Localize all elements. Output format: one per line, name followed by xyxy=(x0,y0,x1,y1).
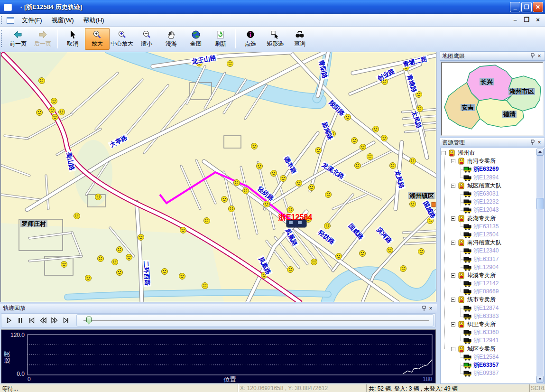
menu-item-2[interactable]: 帮助(H) xyxy=(79,15,109,26)
vehicle-marker[interactable] xyxy=(243,188,249,194)
pin-icon[interactable] xyxy=(421,305,427,312)
tree-vehicle[interactable]: 浙E09387 xyxy=(442,369,536,377)
toolbar-button-refresh[interactable]: 刷新 xyxy=(208,28,233,50)
step-start-button[interactable] xyxy=(26,315,37,326)
tree-group[interactable]: 城区专卖所 xyxy=(442,345,536,353)
vehicle-marker[interactable] xyxy=(367,154,373,160)
map-area[interactable]: 龙王山路青塘二路创业路青塘路青阳路陵阳路大亭路新湖路德丰路龙溪北路太凤路蜀山路轻… xyxy=(0,52,436,302)
vehicle-marker[interactable] xyxy=(179,273,185,280)
toolbar-button-globe[interactable]: 全图 xyxy=(184,28,208,50)
toolbar-button-point-select[interactable]: 点选 xyxy=(238,28,263,50)
vehicle-marker[interactable] xyxy=(222,196,228,203)
tree-group[interactable]: 织里专卖所 xyxy=(442,320,536,328)
vehicle-marker[interactable] xyxy=(204,218,210,224)
close-icon[interactable]: × xyxy=(536,53,543,59)
vehicle-marker[interactable] xyxy=(410,201,416,207)
slider-thumb[interactable] xyxy=(86,317,92,325)
vehicle-marker[interactable] xyxy=(287,207,294,213)
tree-scrollbar[interactable] xyxy=(536,149,544,383)
toolbar-button-zoom-center[interactable]: 中心放大 xyxy=(110,28,134,50)
scroll-up-button[interactable] xyxy=(536,149,544,156)
toolbar-button-next-page[interactable]: 后一页 xyxy=(30,28,55,50)
tree-vehicle[interactable]: 浙E12904 xyxy=(442,263,536,271)
toolbar-button-pan-hand[interactable]: 漫游 xyxy=(159,28,184,50)
tree-vehicle[interactable]: 浙E63383 xyxy=(442,312,536,320)
vehicle-marker[interactable] xyxy=(315,148,322,154)
vehicle-marker[interactable] xyxy=(400,266,406,272)
vehicle-marker[interactable] xyxy=(95,194,102,200)
vehicle-marker[interactable] xyxy=(85,275,92,281)
tree-group[interactable]: 南浔专卖所 xyxy=(442,157,536,165)
play-button[interactable] xyxy=(3,315,15,326)
tree-vehicle[interactable]: 浙E12340 xyxy=(442,247,536,255)
menubar-grip[interactable] xyxy=(1,16,4,25)
vehicle-marker[interactable] xyxy=(202,283,208,289)
tree-vehicle[interactable]: 浙E12043 xyxy=(442,206,536,214)
tree-vehicle[interactable]: 浙E08669 xyxy=(442,288,536,296)
vehicle-marker[interactable] xyxy=(296,180,302,187)
toolbar-button-prev-page[interactable]: 前一页 xyxy=(6,28,30,50)
vehicle-marker[interactable] xyxy=(264,201,270,207)
playback-slider[interactable] xyxy=(76,314,434,327)
vehicle-marker[interactable] xyxy=(381,135,388,141)
rewind-button[interactable] xyxy=(37,315,49,326)
pin-icon[interactable] xyxy=(529,53,536,59)
vehicle-marker[interactable] xyxy=(37,110,43,116)
toolbar-button-binoculars[interactable]: 查询 xyxy=(287,28,312,50)
mdi-minimize-button[interactable]: – xyxy=(512,17,518,23)
forward-button[interactable] xyxy=(49,315,60,326)
mdi-restore-button[interactable]: ❐ xyxy=(523,17,530,23)
vehicle-marker[interactable] xyxy=(74,213,80,219)
vehicle-marker[interactable] xyxy=(390,163,396,169)
collapse-icon[interactable] xyxy=(451,273,455,278)
overview-map[interactable]: 安吉长兴湖州市区德清 xyxy=(441,62,544,136)
toolbar-button-rect-select[interactable]: 矩形选 xyxy=(263,28,287,50)
vehicle-marker[interactable] xyxy=(360,144,366,150)
vehicle-marker[interactable] xyxy=(234,180,240,186)
vehicle-marker[interactable] xyxy=(117,247,123,253)
tree-vehicle[interactable]: 浙E12232 xyxy=(442,198,536,206)
vehicle-marker[interactable] xyxy=(351,138,358,144)
toolbar-button-cursor[interactable]: 取消 xyxy=(60,28,85,50)
vehicle-marker[interactable] xyxy=(360,251,366,257)
vehicle-marker[interactable] xyxy=(52,114,58,121)
tree-vehicle[interactable]: 浙E12584 xyxy=(442,353,536,361)
tree-vehicle[interactable]: 浙E63269 xyxy=(442,165,536,173)
pause-button[interactable] xyxy=(15,315,26,326)
scroll-down-button[interactable] xyxy=(536,376,544,383)
close-icon[interactable]: × xyxy=(536,139,543,146)
tree-vehicle[interactable]: 浙E12504 xyxy=(442,231,536,239)
tree-group[interactable]: 埭溪专卖所 xyxy=(442,271,536,280)
vehicle-marker[interactable] xyxy=(61,261,67,268)
restore-button[interactable]: ❐ xyxy=(521,2,532,12)
vehicle-marker[interactable] xyxy=(324,223,331,229)
toolbar-grip[interactable] xyxy=(1,30,4,47)
collapse-icon[interactable] xyxy=(451,216,455,221)
vehicle-marker[interactable] xyxy=(257,163,263,169)
tree-vehicle[interactable]: 浙E12142 xyxy=(442,280,536,288)
collapse-icon[interactable] xyxy=(451,347,455,351)
collapse-icon[interactable] xyxy=(451,159,455,163)
toolbar-button-zoom-out[interactable]: 缩小 xyxy=(134,28,159,50)
vehicle-marker[interactable] xyxy=(98,256,104,262)
vehicle-marker[interactable] xyxy=(229,206,235,212)
vehicle-marker[interactable] xyxy=(309,185,315,191)
vehicle-marker[interactable] xyxy=(227,61,233,67)
vehicle-marker[interactable] xyxy=(117,270,123,276)
tree-vehicle[interactable]: 浙E63031 xyxy=(442,190,536,198)
vehicle-marker[interactable] xyxy=(280,176,286,182)
vehicle-marker[interactable] xyxy=(162,269,168,275)
vehicle-marker[interactable] xyxy=(336,253,342,260)
vehicle-marker[interactable] xyxy=(112,259,118,265)
vehicle-marker[interactable] xyxy=(271,170,277,177)
minimize-button[interactable]: _ xyxy=(510,2,520,12)
vehicle-marker[interactable] xyxy=(418,249,425,255)
vehicle-marker[interactable] xyxy=(251,143,258,149)
vehicle-marker[interactable] xyxy=(325,192,332,198)
vehicle-marker[interactable] xyxy=(49,107,55,113)
collapse-icon[interactable] xyxy=(451,184,455,188)
tree-vehicle[interactable]: 浙E12894 xyxy=(442,174,536,182)
scroll-thumb[interactable] xyxy=(536,198,544,209)
tree-vehicle[interactable]: 浙E12941 xyxy=(442,336,536,345)
collapse-icon[interactable] xyxy=(442,151,446,155)
